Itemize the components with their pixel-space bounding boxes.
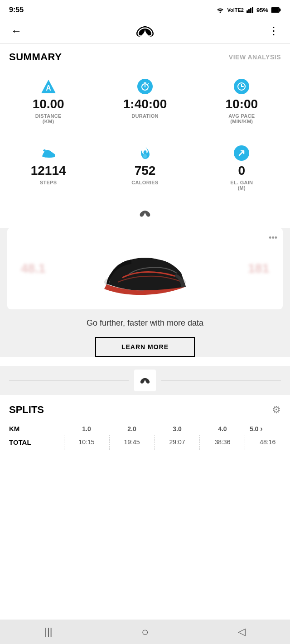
status-time: 9:55	[9, 6, 24, 14]
steps-icon-container	[40, 145, 57, 161]
splits-time-3: 29:07	[155, 435, 200, 450]
clock-icon	[237, 82, 246, 91]
shoe-icon	[40, 146, 57, 160]
splits-col-1: 1.0	[64, 421, 109, 435]
svg-rect-3	[252, 7, 253, 13]
splits-total-label: TOTAL	[0, 435, 64, 450]
svg-text:A: A	[46, 84, 51, 92]
avgpace-icon	[234, 79, 249, 94]
calories-label: CALORIES	[131, 180, 158, 185]
divider2-ua-icon	[138, 375, 152, 385]
splits-time-4: 38:36	[200, 435, 245, 450]
divider-top	[0, 206, 290, 222]
shoe-more-button[interactable]: •••	[269, 233, 277, 243]
stat-distance: A 10.00 DISTANCE(KM)	[0, 71, 97, 129]
splits-col-3: 3.0	[155, 421, 200, 435]
splits-time-1: 10:15	[64, 435, 109, 450]
ua-logo	[131, 22, 159, 40]
svg-rect-1	[248, 9, 250, 13]
splits-total-row: TOTAL 10:15 19:45 29:07 38:36 48:16	[0, 435, 290, 450]
divider-line-left	[9, 214, 131, 214]
splits-col-5: 5.0 ›	[245, 421, 290, 435]
nav-home-button[interactable]: ○	[132, 621, 158, 643]
splits-header-row: KM 1.0 2.0 3.0 4.0 5.0 ›	[0, 421, 290, 435]
avgpace-icon-container	[234, 78, 249, 95]
splits-km-header: KM	[0, 421, 64, 435]
svg-rect-0	[246, 10, 248, 13]
battery-label: 95%	[256, 7, 268, 14]
elevation-icon	[234, 145, 249, 161]
summary-header: SUMMARY VIEW ANALYSIS	[0, 44, 290, 67]
steps-value: 12114	[31, 164, 66, 178]
duration-value: 1:40:00	[123, 97, 167, 111]
svg-point-16	[241, 85, 242, 86]
stat-elevation: 0 EL. GAIN(M)	[193, 138, 290, 195]
learn-more-button[interactable]: LEARN MORE	[95, 337, 195, 357]
distance-value: 10.00	[33, 97, 64, 111]
stat-avgpace: 10:00 AVG PACE(MIN/KM)	[193, 71, 290, 129]
divider2-line-right	[161, 380, 281, 380]
duration-icon-container	[137, 78, 153, 95]
svg-rect-2	[250, 8, 251, 13]
stat-steps: 12114 STEPS	[0, 138, 97, 195]
arrow-up-icon	[237, 149, 246, 157]
flame-icon	[139, 145, 151, 161]
splits-table: KM 1.0 2.0 3.0 4.0 5.0 › TOTAL 10:15 19:…	[0, 421, 290, 450]
splits-header: SPLITS ⚙	[0, 404, 290, 421]
distance-icon: A	[40, 79, 57, 94]
banner-text: Go further, faster with more data	[0, 315, 290, 335]
signal-label: VolTE2	[227, 7, 243, 13]
stats-grid-row1: A 10.00 DISTANCE(KM) 1:40:00 DURATION	[0, 67, 290, 138]
back-button[interactable]: ←	[7, 23, 25, 39]
splits-col-2: 2.0	[109, 421, 155, 435]
status-bar: 9:55 VolTE2 95%	[0, 0, 290, 18]
shoe-card: ••• 48.1 181	[7, 228, 283, 309]
divider-ua-icon	[137, 208, 153, 219]
splits-time-5: 48:16	[245, 435, 290, 450]
stat-duration: 1:40:00 DURATION	[97, 71, 193, 129]
divider2-ua-logo	[134, 370, 156, 391]
view-analysis-button[interactable]: VIEW ANALYSIS	[229, 53, 281, 61]
wifi-icon	[216, 7, 224, 13]
svg-rect-6	[271, 8, 279, 12]
duration-label: DURATION	[131, 113, 159, 119]
distance-label: DISTANCE(KM)	[35, 113, 62, 124]
stat-calories: 752 CALORIES	[97, 138, 193, 195]
svg-point-17	[143, 154, 147, 159]
shoe-banner: ••• 48.1 181 Go further, faster with mor…	[0, 228, 290, 357]
svg-line-12	[148, 84, 149, 85]
battery-icon	[271, 7, 281, 13]
avgpace-label: AVG PACE(MIN/KM)	[228, 113, 255, 124]
top-nav: ← ⋮	[0, 18, 290, 44]
elevation-value: 0	[238, 164, 246, 178]
nav-menu-button[interactable]: |||	[35, 622, 61, 641]
steps-label: STEPS	[40, 180, 57, 185]
distance-icon-container: A	[40, 78, 57, 95]
divider2-line-left	[9, 380, 129, 380]
splits-col-4: 4.0	[200, 421, 245, 435]
elevation-label: EL. GAIN(M)	[230, 180, 253, 191]
divider-line-right	[159, 214, 281, 214]
stats-grid-row2: 12114 STEPS 752 CALORIES 0 EL. GAIN(M)	[0, 133, 290, 204]
avgpace-value: 10:00	[226, 97, 258, 111]
more-button[interactable]: ⋮	[265, 23, 283, 39]
stopwatch-icon	[140, 82, 150, 91]
shoe-illustration	[95, 237, 195, 300]
calories-icon-container	[139, 145, 151, 161]
status-icons: VolTE2 95%	[216, 7, 281, 14]
splits-settings-button[interactable]: ⚙	[272, 404, 281, 416]
nav-back-button[interactable]: ◁	[229, 622, 255, 641]
bottom-nav: ||| ○ ◁	[0, 620, 290, 644]
shoe-stat-right: 181	[248, 261, 269, 276]
duration-icon	[137, 79, 153, 94]
elevation-icon-container	[234, 145, 249, 161]
svg-rect-5	[280, 9, 281, 11]
summary-title: SUMMARY	[9, 51, 62, 63]
calories-value: 752	[135, 164, 156, 178]
splits-section: SPLITS ⚙ KM 1.0 2.0 3.0 4.0 5.0 › TOTAL …	[0, 397, 290, 450]
signal-icon	[246, 7, 254, 13]
divider-bottom	[0, 366, 290, 395]
divider-ua-logo	[137, 208, 153, 221]
splits-time-2: 19:45	[109, 435, 155, 450]
splits-title: SPLITS	[9, 404, 44, 416]
